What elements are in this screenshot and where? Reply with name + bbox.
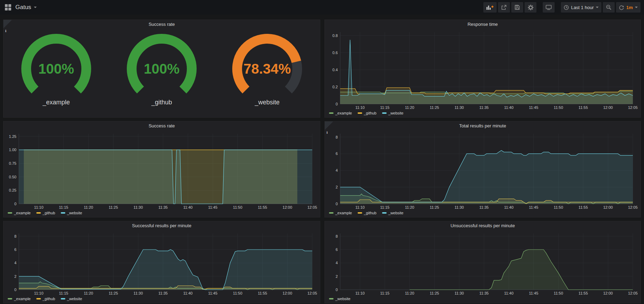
- svg-text:8: 8: [14, 234, 16, 238]
- svg-text:11:25: 11:25: [109, 205, 118, 209]
- svg-text:8: 8: [336, 135, 338, 139]
- time-range-picker[interactable]: Last 1 hour: [561, 2, 601, 13]
- caret-down-icon: [635, 7, 638, 8]
- svg-text:12:00: 12:00: [603, 105, 613, 110]
- dashboard-title-dropdown[interactable]: Gatus: [15, 4, 37, 11]
- svg-text:11:45: 11:45: [529, 291, 539, 295]
- svg-text:2: 2: [336, 274, 338, 279]
- svg-text:11:10: 11:10: [355, 291, 365, 295]
- panel-title[interactable]: Response time: [325, 20, 641, 29]
- add-panel-button[interactable]: [483, 2, 497, 13]
- svg-text:6: 6: [14, 247, 16, 252]
- svg-text:11:40: 11:40: [183, 205, 193, 209]
- svg-text:2: 2: [14, 274, 16, 279]
- legend-item-website[interactable]: _website: [61, 211, 82, 215]
- response-time-chart[interactable]: 00.20.40.60.811:1011:1511:2011:2511:3011…: [328, 29, 638, 110]
- legend-series-label: _website: [67, 297, 82, 301]
- svg-text:11:50: 11:50: [554, 105, 563, 110]
- svg-text:11:15: 11:15: [59, 205, 68, 209]
- svg-text:11:40: 11:40: [504, 291, 514, 295]
- panel-title[interactable]: Unsuccessful results per minute: [325, 221, 641, 230]
- panel-title[interactable]: Successful results per minute: [3, 221, 320, 230]
- legend-item-github[interactable]: _github: [36, 211, 55, 215]
- svg-text:0: 0: [14, 288, 16, 292]
- clock-icon: [564, 5, 569, 10]
- gauge-row: 100% _example 100% _github 78.34% _websi…: [3, 29, 320, 106]
- svg-text:11:40: 11:40: [504, 105, 514, 110]
- legend-item-website[interactable]: _website: [329, 297, 350, 301]
- gauge-label: _github: [151, 99, 172, 106]
- svg-text:11:35: 11:35: [480, 291, 489, 295]
- svg-text:11:35: 11:35: [480, 205, 489, 209]
- share-button[interactable]: [498, 2, 510, 13]
- add-panel-icon: [486, 5, 494, 10]
- svg-text:8: 8: [336, 234, 338, 238]
- svg-text:11:50: 11:50: [233, 205, 242, 209]
- svg-text:12:05: 12:05: [628, 205, 638, 209]
- legend-series-dash: [36, 212, 41, 214]
- legend-series-dash: [382, 212, 387, 214]
- legend-item-example[interactable]: _example: [329, 211, 352, 215]
- legend-series-dash: [358, 112, 362, 114]
- legend-item-website[interactable]: _website: [382, 111, 403, 115]
- legend-item-example[interactable]: _example: [329, 111, 352, 115]
- svg-text:11:30: 11:30: [455, 291, 464, 295]
- svg-text:12:00: 12:00: [603, 291, 613, 295]
- svg-text:12:00: 12:00: [603, 205, 613, 209]
- legend-item-github[interactable]: _github: [358, 111, 376, 115]
- legend-item-example[interactable]: _example: [8, 211, 31, 215]
- legend-item-website[interactable]: _website: [61, 297, 82, 301]
- legend-item-example[interactable]: _example: [8, 297, 31, 301]
- dashboard-title: Gatus: [15, 4, 31, 11]
- legend-series-label: _github: [364, 211, 376, 215]
- svg-text:0: 0: [14, 202, 16, 206]
- svg-text:11:25: 11:25: [430, 205, 439, 209]
- settings-gear-icon: [528, 5, 534, 10]
- share-icon: [501, 5, 507, 10]
- panel-total-results: i Total results per minute 0246811:1011:…: [324, 121, 641, 217]
- panel-title[interactable]: Success rate: [3, 121, 320, 131]
- successful-results-chart[interactable]: 0246811:1011:1511:2011:2511:3011:3511:40…: [6, 230, 318, 296]
- panel-info-corner[interactable]: i: [3, 20, 12, 28]
- panel-response-time: Response time 00.20.40.60.811:1011:1511:…: [324, 20, 641, 118]
- apps-grid-icon[interactable]: [5, 4, 11, 10]
- total-results-chart[interactable]: 0246811:1011:1511:2011:2511:3011:3511:40…: [328, 131, 638, 210]
- svg-text:11:25: 11:25: [109, 291, 118, 295]
- svg-text:11:20: 11:20: [405, 205, 414, 209]
- zoom-out-button[interactable]: [603, 2, 615, 13]
- legend-item-github[interactable]: _github: [36, 297, 55, 301]
- panel-title[interactable]: Total results per minute: [325, 121, 641, 131]
- svg-text:0.2: 0.2: [332, 85, 338, 89]
- svg-text:11:15: 11:15: [59, 291, 68, 295]
- svg-text:11:45: 11:45: [529, 205, 539, 209]
- svg-text:0.25: 0.25: [9, 188, 16, 192]
- legend-item-website[interactable]: _website: [382, 211, 403, 215]
- svg-text:0: 0: [336, 102, 338, 106]
- svg-text:11:20: 11:20: [84, 291, 93, 295]
- legend-series-label: _github: [364, 111, 376, 115]
- svg-text:11:15: 11:15: [380, 291, 389, 295]
- legend-series-label: _example: [335, 211, 352, 215]
- settings-button[interactable]: [525, 2, 536, 13]
- chart-legend: _website: [329, 296, 350, 302]
- cycle-view-button[interactable]: [543, 2, 555, 13]
- svg-text:11:25: 11:25: [430, 105, 439, 110]
- svg-text:11:20: 11:20: [84, 205, 93, 209]
- zoom-out-icon: [606, 5, 612, 10]
- refresh-picker[interactable]: 1m: [616, 2, 641, 13]
- panel-info-corner[interactable]: i: [325, 121, 333, 130]
- success-rate-chart[interactable]: 00.250.500.751.001.2511:1011:1511:2011:2…: [6, 131, 318, 210]
- svg-text:11:15: 11:15: [380, 205, 389, 209]
- save-button[interactable]: [511, 2, 523, 13]
- panel-title[interactable]: Success rate: [3, 20, 320, 29]
- unsuccessful-results-chart[interactable]: 0246811:1011:1511:2011:2511:3011:3511:40…: [328, 230, 638, 296]
- gauge-github: 100% _github: [109, 34, 214, 106]
- svg-text:11:50: 11:50: [233, 291, 242, 295]
- svg-text:0.50: 0.50: [9, 175, 16, 179]
- legend-series-label: _website: [67, 211, 82, 215]
- svg-text:0.6: 0.6: [332, 51, 338, 55]
- legend-item-github[interactable]: _github: [358, 211, 376, 215]
- svg-text:11:45: 11:45: [529, 105, 539, 110]
- top-navbar: Gatus: [0, 0, 644, 15]
- info-icon: i: [5, 29, 6, 33]
